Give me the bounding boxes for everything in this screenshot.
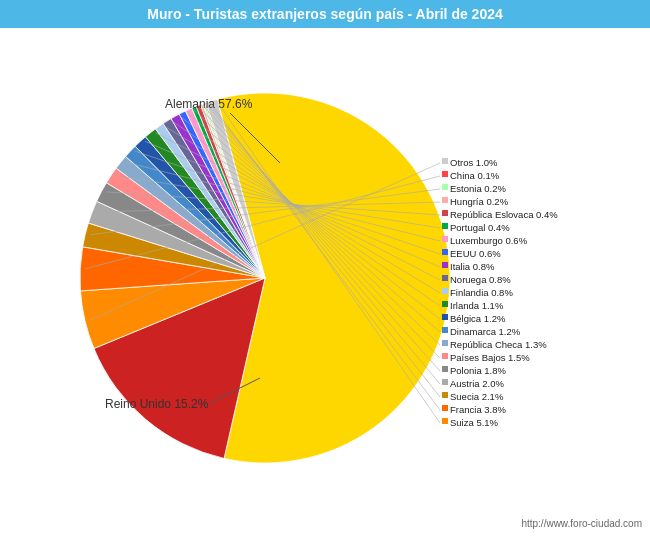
svg-rect-38 <box>442 301 448 307</box>
svg-text:Otros 1.0%: Otros 1.0% <box>450 157 498 168</box>
pie-chart: Alemania 57.6%Reino Unido 15.2%Otros 1.0… <box>0 28 650 518</box>
svg-rect-44 <box>442 327 448 333</box>
svg-rect-59 <box>442 392 448 398</box>
svg-rect-32 <box>442 275 448 281</box>
svg-rect-11 <box>442 184 448 190</box>
svg-rect-8 <box>442 171 448 177</box>
svg-text:Estonia 0.2%: Estonia 0.2% <box>450 183 507 194</box>
svg-rect-50 <box>442 353 448 359</box>
svg-rect-20 <box>442 223 448 229</box>
svg-text:Países Bajos 1.5%: Países Bajos 1.5% <box>450 352 530 363</box>
chart-title: Muro - Turistas extranjeros según país -… <box>0 0 650 28</box>
svg-text:Austria 2.0%: Austria 2.0% <box>450 378 504 389</box>
svg-rect-26 <box>442 249 448 255</box>
svg-text:Irlanda 1.1%: Irlanda 1.1% <box>450 300 504 311</box>
svg-text:Noruega 0.8%: Noruega 0.8% <box>450 274 511 285</box>
svg-text:Luxemburgo 0.6%: Luxemburgo 0.6% <box>450 235 528 246</box>
svg-rect-23 <box>442 236 448 242</box>
svg-rect-53 <box>442 366 448 372</box>
svg-text:Francia 3.8%: Francia 3.8% <box>450 404 507 415</box>
svg-rect-65 <box>442 418 448 424</box>
svg-text:EEUU 0.6%: EEUU 0.6% <box>450 248 501 259</box>
svg-rect-17 <box>442 210 448 216</box>
svg-text:Italia 0.8%: Italia 0.8% <box>450 261 495 272</box>
svg-text:China 0.1%: China 0.1% <box>450 170 500 181</box>
svg-rect-62 <box>442 405 448 411</box>
svg-text:Polonia 1.8%: Polonia 1.8% <box>450 365 507 376</box>
svg-rect-14 <box>442 197 448 203</box>
svg-rect-5 <box>442 158 448 164</box>
svg-rect-35 <box>442 288 448 294</box>
svg-text:República Eslovaca 0.4%: República Eslovaca 0.4% <box>450 209 558 220</box>
svg-text:República Checa 1.3%: República Checa 1.3% <box>450 339 547 350</box>
svg-rect-56 <box>442 379 448 385</box>
svg-text:Finlandia 0.8%: Finlandia 0.8% <box>450 287 513 298</box>
svg-text:Dinamarca 1.2%: Dinamarca 1.2% <box>450 326 521 337</box>
header: Muro - Turistas extranjeros según país -… <box>0 0 650 28</box>
svg-text:Hungría 0.2%: Hungría 0.2% <box>450 196 509 207</box>
svg-rect-29 <box>442 262 448 268</box>
svg-rect-41 <box>442 314 448 320</box>
svg-text:Suecia 2.1%: Suecia 2.1% <box>450 391 504 402</box>
footer-url: http://www.foro-ciudad.com <box>521 518 650 531</box>
svg-text:Portugal 0.4%: Portugal 0.4% <box>450 222 510 233</box>
svg-text:Bélgica 1.2%: Bélgica 1.2% <box>450 313 506 324</box>
svg-text:Suiza 5.1%: Suiza 5.1% <box>450 417 499 428</box>
chart-container: Alemania 57.6%Reino Unido 15.2%Otros 1.0… <box>0 28 650 533</box>
svg-rect-47 <box>442 340 448 346</box>
svg-text:Reino Unido 15.2%: Reino Unido 15.2% <box>105 397 209 411</box>
